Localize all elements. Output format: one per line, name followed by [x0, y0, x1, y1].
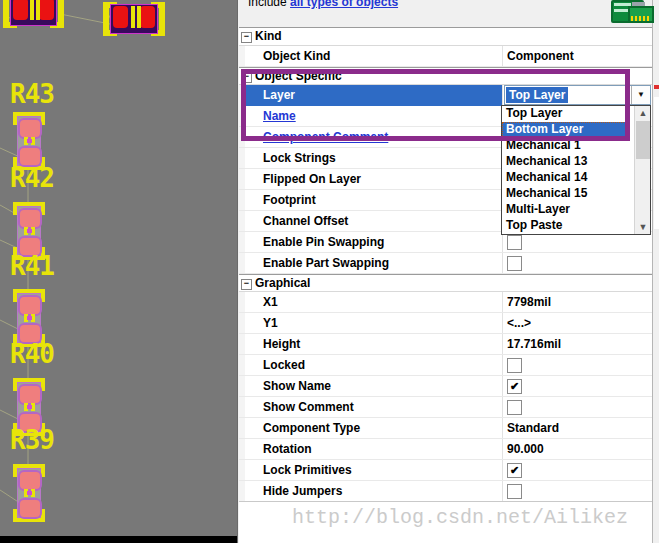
annotation-highlight-box	[241, 69, 630, 141]
designator-r41: R41	[10, 256, 54, 276]
property-value-x1[interactable]: 7798mil	[502, 292, 652, 312]
property-value-lock-primitives[interactable]: ✔	[502, 460, 652, 480]
property-label-height: Height	[245, 334, 502, 354]
include-label: Include	[248, 0, 287, 9]
altium-inspector-screen: R43R42R41R40R39 Include all types of obj…	[0, 0, 659, 543]
property-label-enable-part-swapping: Enable Part Swapping	[245, 253, 502, 273]
property-label-x1: X1	[245, 292, 502, 312]
property-value-y1[interactable]: <...>	[502, 313, 652, 333]
property-row-object-kind[interactable]: Object KindComponent	[239, 46, 652, 67]
all-types-of-objects-link[interactable]: all types of objects	[290, 0, 398, 9]
combobox-dropdown-button[interactable]: ▼	[631, 86, 650, 104]
red-marker	[654, 85, 659, 89]
section-header-graphical[interactable]: −Graphical	[239, 274, 652, 292]
dropdown-item-mechanical-13[interactable]: Mechanical 13	[502, 154, 630, 170]
property-label-footprint: Footprint	[245, 190, 502, 210]
property-value-enable-part-swapping[interactable]	[502, 253, 652, 273]
property-label-show-name: Show Name	[245, 376, 502, 396]
pcb-component-r39[interactable]	[13, 464, 45, 522]
property-label-locked: Locked	[245, 355, 502, 375]
property-label-object-kind: Object Kind	[245, 46, 502, 66]
property-value-locked[interactable]	[502, 355, 652, 375]
collapse-icon[interactable]: −	[241, 279, 252, 290]
property-row-height[interactable]: Height17.716mil	[239, 334, 652, 355]
scroll-up-icon[interactable]: ▲	[636, 106, 650, 120]
property-row-enable-pin-swapping[interactable]: Enable Pin Swapping	[239, 232, 652, 253]
pcb-component-horizontal[interactable]	[103, 2, 165, 36]
designator-r39: R39	[10, 430, 54, 450]
dropdown-item-top-paste[interactable]: Top Paste	[502, 218, 630, 234]
dropdown-item-mechanical-15[interactable]: Mechanical 15	[502, 186, 630, 202]
pcb-component-r43[interactable]	[13, 112, 45, 170]
property-value-component-type[interactable]: Standard	[502, 418, 652, 438]
pcb-view-bottom-bar	[0, 536, 237, 543]
property-value-rotation[interactable]: 90.000	[502, 439, 652, 459]
property-row-enable-part-swapping[interactable]: Enable Part Swapping	[239, 253, 652, 274]
property-label-lock-strings: Lock Strings	[245, 148, 502, 168]
checkbox-enable-part-swapping[interactable]	[507, 256, 522, 271]
checkbox-locked[interactable]	[507, 358, 522, 373]
property-value-enable-pin-swapping[interactable]	[502, 232, 652, 252]
scroll-down-icon[interactable]: ▼	[636, 220, 650, 234]
property-label-lock-primitives: Lock Primitives	[245, 460, 502, 480]
watermark-text: http://blog.csdn.net/Ailikez	[292, 506, 628, 529]
property-row-x1[interactable]: X17798mil	[239, 292, 652, 313]
property-row-rotation[interactable]: Rotation90.000	[239, 439, 652, 460]
property-value-hide-jumpers[interactable]	[502, 481, 652, 501]
designator-r42: R42	[10, 168, 54, 188]
property-row-locked[interactable]: Locked	[239, 355, 652, 376]
pcb-canvas[interactable]: R43R42R41R40R39	[0, 0, 237, 543]
property-label-flipped-on-layer: Flipped On Layer	[245, 169, 502, 189]
dropdown-item-multi-layer[interactable]: Multi-Layer	[502, 202, 630, 218]
section-title: Graphical	[255, 276, 310, 290]
property-row-show-name[interactable]: Show Name✔	[239, 376, 652, 397]
property-value-show-name[interactable]: ✔	[502, 376, 652, 396]
property-label-y1: Y1	[245, 313, 502, 333]
property-row-hide-jumpers[interactable]: Hide Jumpers	[239, 481, 652, 502]
property-row-lock-primitives[interactable]: Lock Primitives✔	[239, 460, 652, 481]
checkbox-enable-pin-swapping[interactable]	[507, 235, 522, 250]
dropdown-scrollbar[interactable]: ▲ ▼	[634, 106, 650, 234]
collapse-icon[interactable]: −	[241, 32, 252, 43]
section-header-kind[interactable]: −Kind	[239, 28, 652, 46]
property-label-component-type: Component Type	[245, 418, 502, 438]
pcb-component-icon[interactable]	[611, 0, 652, 23]
property-value-show-comment[interactable]	[502, 397, 652, 417]
property-row-show-comment[interactable]: Show Comment	[239, 397, 652, 418]
checkbox-show-comment[interactable]	[507, 400, 522, 415]
property-row-component-type[interactable]: Component TypeStandard	[239, 418, 652, 439]
scrollbar-thumb[interactable]	[636, 121, 650, 159]
designator-r43: R43	[10, 84, 54, 104]
property-value-object-kind[interactable]: Component	[502, 46, 652, 66]
section-title: Kind	[255, 29, 282, 43]
inspector-header: Include all types of objects	[238, 0, 652, 27]
dropdown-item-mechanical-14[interactable]: Mechanical 14	[502, 170, 630, 186]
include-row: Include all types of objects	[248, 0, 398, 9]
checkbox-lock-primitives[interactable]: ✔	[507, 463, 522, 478]
property-label-enable-pin-swapping: Enable Pin Swapping	[245, 232, 502, 252]
property-value-height[interactable]: 17.716mil	[502, 334, 652, 354]
property-label-show-comment: Show Comment	[245, 397, 502, 417]
property-label-channel-offset: Channel Offset	[245, 211, 502, 231]
right-panel-edge	[652, 0, 659, 543]
property-label-hide-jumpers: Hide Jumpers	[245, 481, 502, 501]
checkbox-show-name[interactable]: ✔	[507, 379, 522, 394]
property-row-y1[interactable]: Y1<...>	[239, 313, 652, 334]
pcb-component-horizontal[interactable]	[3, 0, 64, 28]
property-label-rotation: Rotation	[245, 439, 502, 459]
designator-r40: R40	[10, 344, 54, 364]
checkbox-hide-jumpers[interactable]	[507, 484, 522, 499]
